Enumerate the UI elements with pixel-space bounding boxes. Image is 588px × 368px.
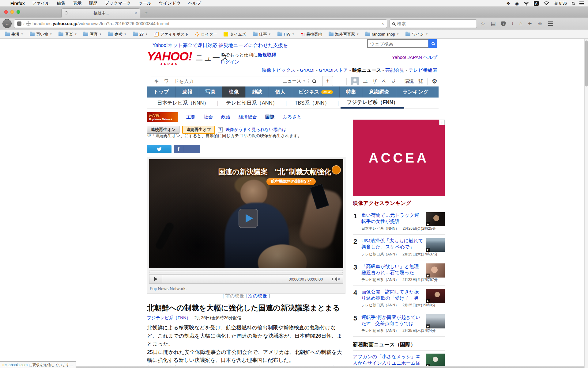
ranking-item-link[interactable]: USJ清掃係「太ももに触れて興奮した。スケベ心で」 [361, 238, 423, 250]
creative-cloud-icon[interactable]: ◉ [515, 1, 519, 6]
keyword-search-button[interactable] [308, 79, 316, 83]
bookmark-folder-life[interactable]: 生活▼ [5, 32, 23, 37]
site-identity-icon[interactable] [26, 21, 31, 26]
keyword-search-field[interactable]: ニュース▼ [151, 76, 319, 86]
yahoo-japan-link[interactable]: Yahoo! JAPAN [392, 55, 422, 60]
menu-hamburger-icon[interactable] [548, 23, 553, 24]
bookmark-folder-shopping[interactable]: 買い物▼ [30, 32, 52, 37]
ranking-item-link[interactable]: 画像公開 訪問してきた振り込め詐欺の「受け子」男 [361, 289, 423, 301]
thumbnail[interactable]: ▶ [426, 314, 445, 328]
scrollbar-thumb[interactable] [585, 40, 588, 86]
tab-business[interactable]: ビジネスNEW [292, 86, 340, 98]
link-tv-guide[interactable]: テレビ番組表 [409, 67, 437, 73]
category-international-active[interactable]: 国際 [265, 114, 274, 120]
new-tab-button[interactable]: + [145, 10, 148, 16]
thumbnail[interactable]: ▶ [426, 263, 445, 278]
category-society[interactable]: 社会 [204, 114, 213, 120]
continuous-play-off-button[interactable]: 連続再生オフ [182, 126, 215, 134]
bookmark-folder-work[interactable]: 仕事▼ [253, 32, 271, 37]
tab-close-icon[interactable]: × [134, 11, 137, 15]
seek-bar[interactable] [149, 270, 343, 273]
help-question-icon[interactable]: ? [218, 127, 223, 132]
category-economy[interactable]: 経済総合 [239, 114, 257, 120]
menu-bookmarks[interactable]: ブックマーク [105, 1, 131, 6]
bookmark-folder-photo[interactable]: 写真▼ [83, 32, 102, 37]
yahoo-logo[interactable]: YAHOO! JAPAN [147, 50, 192, 66]
bookmark-folder-hw[interactable]: HW▼ [277, 32, 295, 36]
thumbnail[interactable]: ▶ [426, 289, 445, 303]
tab-flash[interactable]: 速報 [176, 86, 199, 98]
video-frame[interactable]: 国連の新決議案 “北”制裁大幅強化 航空機燃料の制限など [149, 159, 343, 268]
forward-button[interactable] [17, 21, 21, 26]
article-source-link[interactable]: フジテレビ系（FNN） [147, 315, 190, 320]
category-furusato[interactable]: ふるさと [283, 114, 301, 120]
login-link[interactable]: ログイン [221, 59, 239, 64]
menubar-clock[interactable]: 金 8:36 [554, 1, 567, 6]
register-link[interactable]: 新規取得 [258, 52, 276, 57]
keyword-search-input[interactable] [154, 79, 283, 84]
bookmark-folder-reference[interactable]: 参考▼ [108, 32, 126, 37]
thumbnail[interactable]: ▶ [426, 212, 445, 226]
link-gyao-store[interactable]: GYAO!ストア [319, 67, 348, 73]
search-scope-dropdown[interactable]: ニュース▼ [283, 78, 308, 84]
tab-survey[interactable]: 意識調査 [363, 86, 396, 98]
facebook-share-button[interactable]: f [174, 145, 200, 153]
ad-info-icon[interactable]: i [439, 120, 445, 125]
donation-promo-link[interactable]: Yahoo!ネット募金で即日対応 被災地ニーズに合わせた支援を [153, 42, 288, 49]
tab-feature[interactable]: 特集 [340, 86, 363, 98]
play-button[interactable] [149, 275, 162, 283]
play-overlay-button[interactable] [239, 209, 258, 228]
playback-trouble-link[interactable]: 映像がうまく見られない場合は [225, 127, 286, 132]
next-video-link[interactable]: 次の映像 [248, 293, 267, 298]
bookmark-folder-wine[interactable]: ワイン▼ [405, 32, 428, 37]
bookmark-folder-music[interactable]: 音楽▼ [58, 32, 77, 37]
channel-nnn[interactable]: 日本テレビ系（NNN） [151, 98, 215, 109]
wifi-icon[interactable] [544, 1, 549, 5]
menu-tools[interactable]: ツール [138, 1, 152, 6]
browser-tab[interactable]: 接続中... × [61, 8, 140, 17]
ranking-item-link[interactable]: 運転手“何か異変が起きていた?” 交差点向こうでは [361, 314, 423, 327]
pocket-icon[interactable]: ∨ [501, 21, 506, 26]
menu-view[interactable]: 表示 [73, 1, 81, 6]
stop-button[interactable]: × [382, 21, 384, 26]
avatar[interactable] [351, 77, 359, 85]
browser-search-input[interactable] [397, 21, 468, 26]
downloads-icon[interactable]: ↓ [511, 21, 514, 27]
dropbox-icon[interactable]: ❖ [506, 1, 510, 6]
tab-top[interactable]: トップ [147, 86, 176, 98]
menu-edit[interactable]: 編集 [57, 1, 66, 6]
url-bar[interactable]: › headlines.yahoo.co.jp/videonews/fnn?a=… [14, 19, 387, 28]
bookmark-filepost[interactable]: Fファイルポスト [154, 32, 189, 37]
display-ad[interactable]: ACCEA i [353, 120, 445, 196]
tab-ranking[interactable]: ランキング [396, 86, 435, 98]
bookmarks-panel-icon[interactable]: ▤ [491, 21, 496, 27]
input-source-icon[interactable]: A [534, 1, 539, 6]
tab-photo[interactable]: 写真 [199, 86, 222, 98]
notification-center-icon[interactable] [579, 3, 584, 4]
subscriptions-link[interactable]: 購読一覧 [405, 79, 423, 84]
bookmark-transit[interactable]: Y!乗換案内 [301, 32, 322, 37]
category-politics[interactable]: 政治 [221, 114, 230, 120]
menu-file[interactable]: ファイル [32, 1, 50, 6]
bookmark-folder-overseas-photo[interactable]: 海外写真家▼ [329, 32, 359, 37]
web-search-input[interactable] [367, 39, 428, 48]
bookmark-folder-27[interactable]: 27▼ [133, 32, 148, 36]
home-icon[interactable]: ⌂ [519, 21, 522, 27]
category-main[interactable]: 主要 [186, 114, 195, 120]
thumbnail[interactable]: ▶ [426, 238, 445, 252]
web-search-button[interactable] [428, 39, 437, 48]
bookmark-star-icon[interactable]: ☆ [481, 21, 485, 27]
volume-button[interactable]: × [332, 277, 340, 281]
link-video-topics[interactable]: 映像トピックス [262, 67, 296, 73]
ranking-item-link[interactable]: 重い荷物で…元トラック運転手の女性が提訴 [361, 212, 423, 224]
channel-ann[interactable]: テレビ朝日系（ANN） [220, 98, 284, 109]
browser-search-field[interactable] [390, 19, 477, 28]
tab-video-active[interactable]: 映像 [222, 86, 246, 98]
bookmark-folder-random-shop[interactable]: random shop▼ [365, 32, 399, 36]
fnn-logo[interactable]: FNN Fuji News Network [147, 112, 178, 122]
menu-window[interactable]: ウインドウ [159, 1, 181, 6]
menu-history[interactable]: 履歴 [89, 1, 97, 6]
help-link[interactable]: ヘルプ [423, 55, 437, 60]
window-close-button[interactable] [4, 10, 8, 14]
tab-magazine[interactable]: 雑誌 [246, 86, 269, 98]
